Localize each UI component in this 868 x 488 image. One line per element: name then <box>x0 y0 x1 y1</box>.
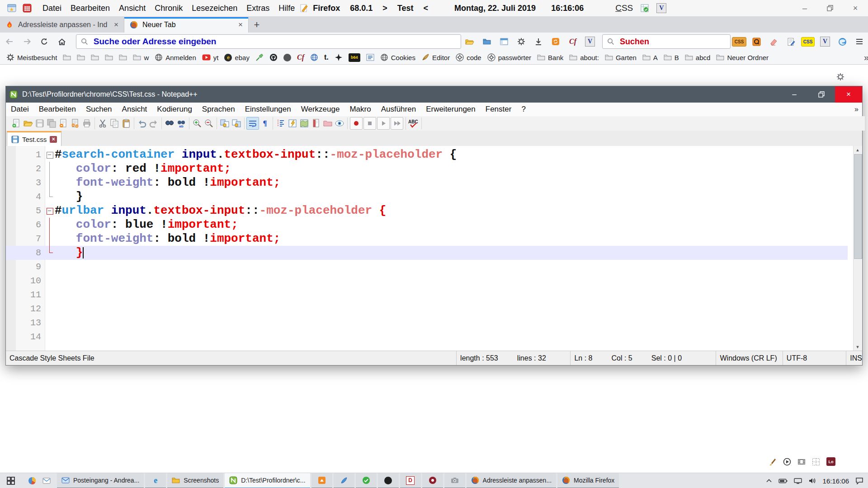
npp-menu-ansicht[interactable]: Ansicht <box>117 105 152 114</box>
volume-icon[interactable] <box>808 478 816 484</box>
bookmark-item[interactable] <box>119 54 127 61</box>
toolbar-save-button[interactable] <box>34 117 46 129</box>
toolbar-replace-button[interactable]: ab <box>175 117 187 129</box>
toolbar-undo-button[interactable] <box>136 117 148 129</box>
editor-line-11[interactable]: 11 <box>6 288 848 302</box>
toolbar-zoom-in-button[interactable] <box>191 117 203 129</box>
bookmark-item-yt[interactable]: yt <box>202 54 219 61</box>
back-button[interactable] <box>2 34 17 49</box>
start-button[interactable] <box>0 473 22 488</box>
tab-close-icon[interactable]: × <box>238 20 243 29</box>
npp-menu-kodierung[interactable]: Kodierung <box>152 105 197 114</box>
toolbar-doc-map-button[interactable] <box>298 117 310 129</box>
toolbar-open-file-button[interactable] <box>22 117 34 129</box>
toolbar-save-all-button[interactable] <box>46 117 57 129</box>
toolbar-spell-check-button[interactable]: ABC <box>408 117 420 129</box>
reload-button[interactable] <box>37 34 52 49</box>
tab-close-icon[interactable]: × <box>114 20 118 29</box>
bookmark-item-garten[interactable]: Garten <box>605 54 637 61</box>
fold-marker[interactable] <box>45 204 54 218</box>
cf-icon-button[interactable]: Cf <box>564 34 581 49</box>
bookmark-item[interactable] <box>77 54 85 61</box>
swirl-icon-button[interactable] <box>834 34 851 49</box>
menubar-item-bearbeiten[interactable]: Bearbeiten <box>66 4 114 13</box>
fold-marker[interactable] <box>45 148 54 162</box>
toolbar-macro-stop-button[interactable] <box>363 117 376 130</box>
toolbar-close-file-button[interactable] <box>57 117 69 129</box>
npp-menu-help[interactable]: ? <box>516 105 530 114</box>
status-encoding[interactable]: UTF-8 <box>783 351 846 365</box>
bookmark-item[interactable] <box>105 54 113 61</box>
download-icon-button[interactable] <box>530 34 547 49</box>
note-pencil-orange-icon[interactable] <box>299 4 308 13</box>
status-eol-format[interactable]: Windows (CR LF) <box>716 351 783 365</box>
bookmark-item[interactable] <box>310 53 318 61</box>
npp-menu-erweiterungen[interactable]: Erweiterungen <box>421 105 481 114</box>
bookmark-item-cookies[interactable]: Cookies <box>380 53 415 61</box>
toolbar-sync-v-button[interactable] <box>219 117 231 129</box>
url-bar[interactable] <box>76 34 461 49</box>
toolbar-word-wrap-button[interactable] <box>246 117 259 130</box>
pinned-colorful-icon[interactable] <box>28 477 36 485</box>
editor-line-6[interactable]: 6 color: blue !important; <box>6 218 848 232</box>
editor-line-14[interactable]: 14 <box>6 330 848 344</box>
browser-tab-2[interactable]: Neuer Tab × <box>124 17 249 33</box>
scroll-up-arrow[interactable]: ▲ <box>854 146 862 154</box>
addon-orange-icon-button[interactable] <box>547 34 564 49</box>
npp-menu-bearbeiten[interactable]: Bearbeiten <box>34 105 81 114</box>
toolbar-macro-multi-button[interactable] <box>391 117 403 130</box>
tab-close-button[interactable]: × <box>50 136 57 143</box>
npp-menu-datei[interactable]: Datei <box>6 105 34 114</box>
eraser-pink-icon-button[interactable] <box>765 34 782 49</box>
editor-line-5[interactable]: 5 #urlbar input.textbox-input::-moz-plac… <box>6 204 848 218</box>
taskbar-button-12[interactable]: Adressleiste anpassen... <box>467 473 557 488</box>
editor-line-12[interactable]: 12 <box>6 302 848 316</box>
search-input[interactable] <box>619 37 730 47</box>
minimize-button[interactable]: – <box>781 86 808 103</box>
bookmark-item-w[interactable]: w <box>133 54 149 61</box>
npp-menu-sprachen[interactable]: Sprachen <box>197 105 240 114</box>
npp-menu-einstellungen[interactable]: Einstellungen <box>240 105 296 114</box>
toolbar-redo-button[interactable] <box>148 117 160 129</box>
editor-line-4[interactable]: 4 } <box>6 190 848 204</box>
window-star-icon[interactable]: ★ <box>7 4 16 13</box>
bookmark-item-bank[interactable]: Bank <box>537 54 563 61</box>
menubar-item-lesezeichen[interactable]: Lesezeichen <box>187 4 242 13</box>
search-bar[interactable] <box>602 34 731 49</box>
taskbar-button-4[interactable]: D:\Test\Profilordner\c... <box>225 473 310 488</box>
taskbar-button-1[interactable]: Posteingang - Andrea... <box>57 473 144 488</box>
toolbar-macro-record-button[interactable] <box>350 117 363 130</box>
toolbar-print-button[interactable] <box>81 117 93 129</box>
minimize-button[interactable]: – <box>792 0 817 16</box>
document-tab[interactable]: Test.css × <box>7 132 61 146</box>
bookmark-item[interactable] <box>283 54 291 61</box>
q-orange-icon-button[interactable] <box>748 34 765 49</box>
editor-line-8[interactable]: 8 } <box>6 246 848 260</box>
bookmark-item-abcd[interactable]: abcd <box>685 54 711 61</box>
menu-overflow-chevron[interactable]: » <box>854 105 859 113</box>
toolbar-zoom-out-button[interactable] <box>203 117 215 129</box>
bookmarks-overflow-chevron[interactable]: » <box>864 52 868 63</box>
taskbar-button-8[interactable] <box>378 473 399 488</box>
toolbar-paste-button[interactable] <box>120 117 132 129</box>
bookmark-item-meistbesucht[interactable]: Meistbesucht <box>6 53 57 61</box>
notification-chat-icon[interactable] <box>855 477 863 484</box>
toolbar-new-file-button[interactable] <box>10 117 22 129</box>
bookmark-item[interactable] <box>63 54 71 61</box>
close-button[interactable]: × <box>843 0 868 16</box>
url-input[interactable] <box>93 36 456 47</box>
editor-line-9[interactable]: 9 <box>6 260 848 274</box>
taskbar-button-5[interactable] <box>311 473 332 488</box>
brush-icon[interactable] <box>769 458 777 466</box>
taskbar-button-9[interactable]: D <box>400 473 421 488</box>
close-button[interactable]: × <box>835 86 862 103</box>
play-circle-icon[interactable] <box>783 458 791 466</box>
grid-dash-icon[interactable] <box>812 458 820 466</box>
css-badge-yellow-icon-button[interactable]: CSS <box>799 34 816 49</box>
toolbar-find-button[interactable] <box>164 117 175 129</box>
menubar-item-hilfe[interactable]: Hilfe <box>274 4 299 13</box>
menubar-item-ansicht[interactable]: Ansicht <box>114 4 150 13</box>
menubar-item-datei[interactable]: Datei <box>38 4 66 13</box>
bookmark-item-anmelden[interactable]: Anmelden <box>155 53 196 61</box>
lo-badge-icon[interactable]: Lo <box>826 457 835 466</box>
